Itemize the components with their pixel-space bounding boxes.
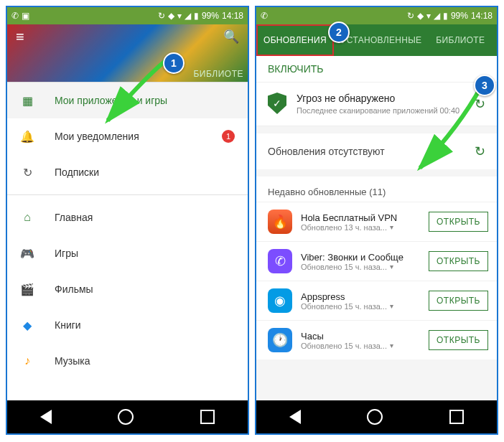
annotation-marker-1: 1 [163, 52, 185, 74]
viber-status-icon: ✆ [261, 11, 268, 21]
battery-icon: ▮ [194, 11, 199, 21]
android-navbar [7, 400, 248, 433]
chevron-down-icon[interactable]: ▾ [390, 223, 393, 231]
drawer-films[interactable]: 🎬 Фильмы [7, 271, 248, 307]
viber-icon: ✆ [268, 249, 292, 273]
book-icon: ◆ [20, 319, 34, 332]
nav-home[interactable] [367, 409, 383, 425]
app-name: Часы [301, 331, 420, 342]
nav-back[interactable] [40, 410, 52, 424]
signal-icon: ◢ [434, 11, 440, 21]
gamepad-icon: 🎮 [20, 247, 34, 260]
drawer-label: Игры [55, 248, 78, 259]
chevron-down-icon[interactable]: ▾ [390, 302, 393, 310]
no-updates-label: Обновления отсутствуют [268, 146, 385, 157]
phone-right: ✆ ↻ ◆ ▾ ◢ ▮ 99% 14:18 ОБНОВЛЕНИЯ УСТАНОВ… [255, 6, 498, 435]
annotation-marker-3: 3 [474, 75, 495, 96]
chevron-down-icon[interactable]: ▾ [390, 342, 393, 349]
apps-icon: ▦ [20, 94, 34, 108]
tab-library-peek[interactable]: БИБЛИОТЕ [193, 69, 248, 82]
sync-icon: ↻ [158, 11, 165, 21]
clock-icon: 🕐 [268, 328, 292, 352]
app-sub: Обновлено 15 ч. наза... [301, 263, 387, 271]
app-list: 🔥 Hola Бесплатный VPN Обновлено 13 ч. на… [256, 202, 497, 359]
divider [7, 194, 248, 195]
shield-icon: ✓ [268, 93, 286, 114]
home-icon: ⌂ [20, 211, 34, 224]
tab-updates[interactable]: ОБНОВЛЕНИЯ [256, 24, 334, 56]
open-button[interactable]: ОТКРЫТЬ [429, 212, 488, 232]
open-button[interactable]: ОТКРЫТЬ [429, 251, 488, 271]
clock: 14:18 [471, 11, 493, 21]
annotation-marker-2: 2 [328, 22, 350, 43]
app-name: Hola Бесплатный VPN [301, 212, 420, 223]
notif-badge: 1 [222, 130, 235, 143]
drawer-books[interactable]: ◆ Книги [7, 307, 248, 343]
annotation-arrow-3 [409, 83, 495, 177]
sync-icon: ↻ [407, 11, 414, 21]
app-row-clock[interactable]: 🕐 Часы Обновлено 15 ч. наза...▾ ОТКРЫТЬ [256, 320, 497, 359]
appspress-icon: ◉ [268, 288, 292, 313]
nav-recent[interactable] [200, 410, 215, 424]
hola-icon: 🔥 [268, 210, 292, 234]
tab-library[interactable]: БИБЛИОТЕ [429, 24, 492, 56]
android-status-icon: ▣ [22, 11, 29, 21]
drawer-label: Мои уведомления [55, 131, 139, 142]
viber-status-icon: ✆ [11, 11, 19, 21]
play-tabs: ОБНОВЛЕНИЯ УСТАНОВЛЕННЫЕ БИБЛИОТЕ [256, 24, 497, 56]
music-icon: ♪ [20, 354, 34, 367]
app-sub: Обновлено 15 ч. наза... [301, 302, 387, 311]
clock: 14:18 [222, 11, 243, 21]
drawer-music[interactable]: ♪ Музыка [7, 343, 248, 379]
wifi-icon: ▾ [177, 11, 182, 21]
battery-icon: ▮ [443, 11, 448, 21]
nav-recent[interactable] [449, 410, 464, 424]
wifi-icon: ▾ [426, 11, 431, 21]
drawer-subscriptions[interactable]: ↻ Подписки [7, 154, 248, 190]
app-row-hola[interactable]: 🔥 Hola Бесплатный VPN Обновлено 13 ч. на… [256, 202, 497, 241]
hamburger-icon[interactable]: ≡ [16, 29, 24, 45]
nav-home[interactable] [118, 409, 134, 425]
drawer-label: Фильмы [55, 283, 93, 295]
app-row-appspress[interactable]: ◉ Appspress Обновлено 15 ч. наза...▾ ОТК… [256, 281, 497, 320]
drawer-home[interactable]: ⌂ Главная [7, 199, 248, 235]
battery-pct: 99% [202, 11, 219, 21]
drawer-label: Подписки [55, 166, 99, 178]
android-navbar [256, 400, 497, 433]
app-row-viber[interactable]: ✆ Viber: Звонки и Сообще Обновлено 15 ч.… [256, 241, 497, 281]
search-icon[interactable]: 🔍 [223, 29, 239, 45]
recent-header: Недавно обновленные (11) [256, 177, 497, 202]
open-button[interactable]: ОТКРЫТЬ [429, 330, 488, 350]
nav-back[interactable] [289, 410, 301, 424]
app-name: Appspress [301, 291, 420, 302]
app-name: Viber: Звонки и Сообще [301, 252, 420, 263]
battery-pct: 99% [451, 11, 468, 21]
drawer-games[interactable]: 🎮 Игры [7, 235, 248, 271]
drawer-label: Главная [55, 212, 93, 223]
drawer-label: Музыка [55, 355, 90, 367]
open-button[interactable]: ОТКРЫТЬ [429, 291, 488, 311]
film-icon: 🎬 [20, 283, 34, 296]
location-icon: ◆ [417, 11, 424, 21]
nav-drawer: ▦ Мои приложения и игры 🔔 Мои уведомлени… [7, 82, 248, 400]
chevron-down-icon[interactable]: ▾ [390, 263, 393, 271]
signal-icon: ◢ [185, 11, 191, 21]
bell-icon: 🔔 [20, 130, 34, 144]
enable-button[interactable]: ВКЛЮЧИТЬ [256, 56, 497, 83]
drawer-label: Книги [55, 319, 81, 331]
refresh-icon: ↻ [20, 166, 34, 179]
status-bar: ✆ ↻ ◆ ▾ ◢ ▮ 99% 14:18 [256, 7, 497, 24]
location-icon: ◆ [168, 11, 174, 21]
app-sub: Обновлено 15 ч. наза... [301, 342, 387, 350]
app-sub: Обновлено 13 ч. наза... [301, 223, 387, 232]
status-bar: ✆ ▣ ↻ ◆ ▾ ◢ ▮ 99% 14:18 [7, 7, 248, 24]
